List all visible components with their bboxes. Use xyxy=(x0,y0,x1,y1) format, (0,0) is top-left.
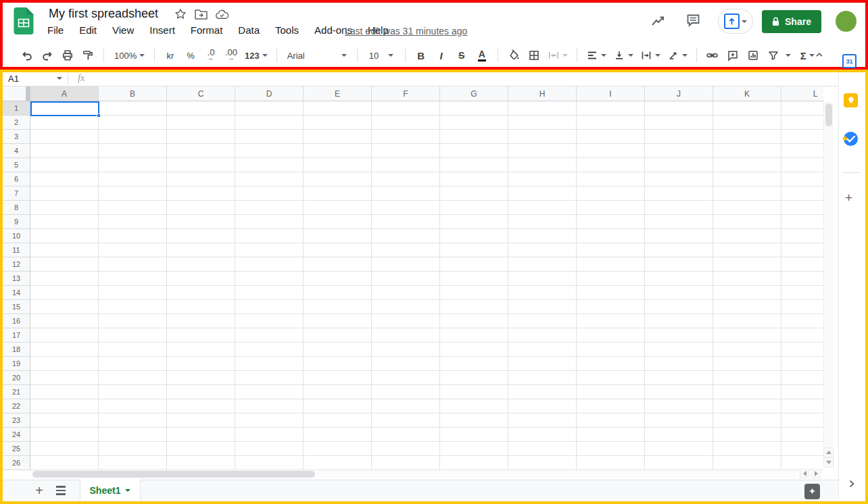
cell-B19[interactable] xyxy=(99,357,167,371)
cell-B2[interactable] xyxy=(99,116,167,130)
cell-I23[interactable] xyxy=(577,413,645,428)
keep-icon[interactable] xyxy=(844,93,858,107)
cell-F23[interactable] xyxy=(372,413,440,428)
cell-F9[interactable] xyxy=(372,215,440,229)
cell-J7[interactable] xyxy=(645,186,713,201)
cell-H15[interactable] xyxy=(508,300,577,314)
document-title[interactable]: My first spreadsheet xyxy=(49,7,158,21)
present-to-meeting-button[interactable] xyxy=(718,9,753,34)
cell-H1[interactable] xyxy=(508,101,577,116)
scroll-right-button[interactable] xyxy=(811,469,821,478)
cell-D17[interactable] xyxy=(235,328,304,343)
cell-J13[interactable] xyxy=(645,272,713,286)
insert-comment-button[interactable] xyxy=(725,47,741,64)
column-header-K[interactable]: K xyxy=(713,86,781,101)
cell-I8[interactable] xyxy=(577,201,645,215)
increase-decimal-button[interactable]: .00 → xyxy=(223,47,239,64)
cell-A5[interactable] xyxy=(30,158,99,172)
cell-E5[interactable] xyxy=(304,158,372,172)
cell-A17[interactable] xyxy=(30,328,99,343)
cell-C2[interactable] xyxy=(167,116,235,130)
cell-L10[interactable] xyxy=(781,229,823,243)
cell-I18[interactable] xyxy=(577,343,645,357)
borders-button[interactable] xyxy=(526,47,542,64)
cell-J9[interactable] xyxy=(645,215,713,229)
cell-K14[interactable] xyxy=(713,286,781,300)
cell-C13[interactable] xyxy=(167,272,235,286)
cell-J23[interactable] xyxy=(645,413,713,428)
cell-A14[interactable] xyxy=(30,286,99,300)
cell-L2[interactable] xyxy=(781,116,823,130)
bold-button[interactable]: B xyxy=(413,47,429,64)
cell-J14[interactable] xyxy=(645,286,713,300)
cell-C23[interactable] xyxy=(167,413,235,428)
cell-K24[interactable] xyxy=(713,428,781,442)
column-header-G[interactable]: G xyxy=(440,86,508,101)
cell-A24[interactable] xyxy=(30,428,99,442)
cell-F22[interactable] xyxy=(372,399,440,413)
cell-A4[interactable] xyxy=(30,144,99,158)
cell-C26[interactable] xyxy=(167,456,235,470)
cell-I7[interactable] xyxy=(577,186,645,201)
fill-color-button[interactable] xyxy=(506,47,522,64)
cell-H16[interactable] xyxy=(508,314,577,328)
row-header-23[interactable]: 23 xyxy=(3,413,30,428)
cell-H9[interactable] xyxy=(508,215,577,229)
column-header-L[interactable]: L xyxy=(781,86,823,101)
cell-G10[interactable] xyxy=(440,229,508,243)
cell-K4[interactable] xyxy=(713,144,781,158)
cell-B9[interactable] xyxy=(99,215,167,229)
paint-format-button[interactable] xyxy=(80,47,96,64)
cell-D7[interactable] xyxy=(235,186,304,201)
font-family-select[interactable]: Arial xyxy=(285,47,349,64)
cell-F15[interactable] xyxy=(372,300,440,314)
cell-I25[interactable] xyxy=(577,442,645,456)
row-header-16[interactable]: 16 xyxy=(3,314,30,328)
cell-G2[interactable] xyxy=(440,116,508,130)
row-header-20[interactable]: 20 xyxy=(3,371,30,385)
cell-A10[interactable] xyxy=(30,229,99,243)
cell-B14[interactable] xyxy=(99,286,167,300)
cell-B12[interactable] xyxy=(99,257,167,272)
cell-F4[interactable] xyxy=(372,144,440,158)
cell-L22[interactable] xyxy=(781,399,823,413)
cell-D20[interactable] xyxy=(235,371,304,385)
cell-K19[interactable] xyxy=(713,357,781,371)
format-percent-button[interactable]: % xyxy=(183,47,199,64)
row-header-7[interactable]: 7 xyxy=(3,186,30,201)
cell-I2[interactable] xyxy=(577,116,645,130)
cell-C15[interactable] xyxy=(167,300,235,314)
cell-A11[interactable] xyxy=(30,243,99,257)
cell-F3[interactable] xyxy=(372,130,440,144)
row-header-19[interactable]: 19 xyxy=(3,357,30,371)
cell-H17[interactable] xyxy=(508,328,577,343)
cell-F2[interactable] xyxy=(372,116,440,130)
cell-K10[interactable] xyxy=(713,229,781,243)
cell-H18[interactable] xyxy=(508,343,577,357)
row-header-18[interactable]: 18 xyxy=(3,343,30,357)
cell-B22[interactable] xyxy=(99,399,167,413)
cell-E18[interactable] xyxy=(304,343,372,357)
column-header-B[interactable]: B xyxy=(99,86,167,101)
cell-I11[interactable] xyxy=(577,243,645,257)
column-header-J[interactable]: J xyxy=(645,86,713,101)
cell-H19[interactable] xyxy=(508,357,577,371)
cell-G21[interactable] xyxy=(440,385,508,399)
cell-G15[interactable] xyxy=(440,300,508,314)
cell-E23[interactable] xyxy=(304,413,372,428)
cell-A21[interactable] xyxy=(30,385,99,399)
horizontal-scrollbar[interactable] xyxy=(30,470,796,478)
cell-C1[interactable] xyxy=(167,101,235,116)
strikethrough-button[interactable]: S xyxy=(454,47,470,64)
sheets-logo-icon[interactable] xyxy=(14,7,34,34)
cell-I16[interactable] xyxy=(577,314,645,328)
cell-L11[interactable] xyxy=(781,243,823,257)
cell-B4[interactable] xyxy=(99,144,167,158)
row-header-8[interactable]: 8 xyxy=(3,201,30,215)
cell-J1[interactable] xyxy=(645,101,713,116)
cell-K2[interactable] xyxy=(713,116,781,130)
text-color-button[interactable]: A xyxy=(474,47,490,64)
comment-history-icon[interactable] xyxy=(686,14,700,28)
cell-B18[interactable] xyxy=(99,343,167,357)
cell-L26[interactable] xyxy=(781,456,823,470)
